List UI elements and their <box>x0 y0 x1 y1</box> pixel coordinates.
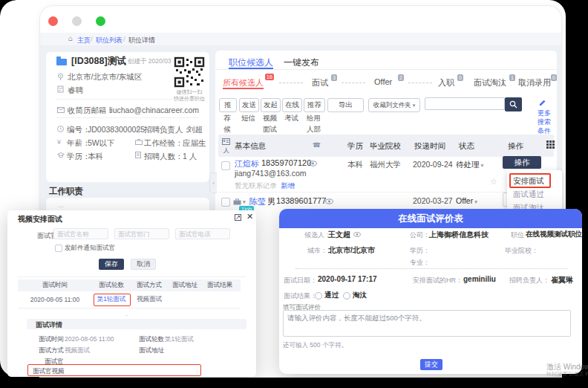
eval-modal-header: 在线面试评价表 <box>279 209 582 228</box>
eye-icon[interactable] <box>309 161 317 166</box>
candidate-name-link[interactable]: 江煊标 <box>235 158 259 169</box>
person-icon <box>135 126 142 132</box>
window-minimize-dot[interactable] <box>72 16 82 26</box>
candidate-status-dropdown[interactable]: 待处理 ▾ <box>456 160 483 170</box>
eye-icon[interactable] <box>353 232 361 237</box>
comment-textarea[interactable] <box>283 310 571 337</box>
stage-dash <box>279 83 303 84</box>
job-field-label: 招聘人数： <box>144 152 183 162</box>
recommend-to-dept-button[interactable]: 推荐 <box>304 98 325 112</box>
breadcrumb-job-list[interactable]: 职位列表 <box>96 36 122 45</box>
interviewer-name-input[interactable] <box>53 228 108 239</box>
candidate-apply-date: 2020-09-24 <box>413 160 453 169</box>
window-close-dot[interactable] <box>48 16 58 26</box>
radio-fail[interactable] <box>343 292 350 300</box>
rounds-col-result: 面试结果 <box>202 281 238 290</box>
breadcrumb-home[interactable]: 主页 <box>77 36 91 45</box>
expand-icon[interactable] <box>235 214 241 221</box>
stage-all-candidates[interactable]: 所有候选人 <box>223 77 264 88</box>
menu-item-interview-pass[interactable]: 面试通过 <box>513 190 544 200</box>
job-field-label: 学历： <box>67 152 91 162</box>
stage-cancel-offer[interactable]: 取消录用 <box>518 77 551 88</box>
stage-offer[interactable]: Offer <box>374 77 392 86</box>
send-sms-button[interactable]: 发送 <box>239 98 259 112</box>
detail-label: 面试轮数 <box>139 335 164 344</box>
action-button[interactable]: 操作 <box>503 156 541 169</box>
job-field-label: 工作经验： <box>144 138 183 149</box>
more-search-line: 条件 <box>538 127 551 135</box>
button-label-wrap: 视频 <box>261 114 279 123</box>
window-zoom-dot[interactable] <box>96 16 105 26</box>
button-label-wrap: 荐 <box>219 114 235 123</box>
rounds-col-round: 面试轮数 <box>92 281 131 290</box>
modal-title: 视频安排面试 <box>18 214 62 224</box>
status-label: Offer <box>456 196 473 205</box>
close-icon[interactable]: ✕ <box>246 212 253 222</box>
city-value: 北京市/北京市 <box>328 245 375 256</box>
briefcase-icon <box>135 139 143 145</box>
rounds-table-row[interactable]: 2020-08-05 11:00 第1轮面试 视频面试 <box>18 291 241 308</box>
row-checkbox[interactable] <box>221 161 230 170</box>
star-icon[interactable]: ☆ <box>490 177 497 187</box>
search-input[interactable] <box>425 97 505 110</box>
chevron-down-icon: ▾ <box>473 198 477 205</box>
tab-one-click-publish[interactable]: 一键发布 <box>284 56 319 69</box>
candidate-status-dropdown[interactable]: Offer ▾ <box>456 196 477 205</box>
notify-checkbox[interactable] <box>55 245 62 252</box>
resume-email-value: liuchao@chinacareer.com <box>109 106 199 114</box>
grid-view-icon[interactable] <box>546 140 555 149</box>
stage-count-badge: 0 <box>457 74 463 81</box>
chevron-down-icon[interactable]: ▾ <box>243 198 246 205</box>
radio-fail-label[interactable]: 淘汰 <box>353 291 367 300</box>
radio-pass[interactable] <box>315 292 322 300</box>
notify-label: 发邮件通知面试官 <box>65 244 115 253</box>
start-video-interview-button[interactable]: 发起 <box>261 98 281 112</box>
resume-email-label: 收简历邮箱： <box>68 106 114 116</box>
stage-onboard[interactable]: 入职 <box>438 77 454 88</box>
recommend-candidate-button[interactable]: 推 <box>219 98 237 112</box>
job-duty-section-title: 工作职责 <box>49 186 83 197</box>
interviewer-dept-input[interactable] <box>114 228 169 239</box>
radio-pass-label[interactable]: 通过 <box>324 291 339 300</box>
company-value: 上海御桥信息科技 <box>429 230 489 240</box>
stage-interview-fail[interactable]: 面试淘汰 <box>474 77 506 88</box>
submit-button[interactable]: 提交 <box>420 359 442 370</box>
rounds-col-addr: 面试地址 <box>168 281 202 290</box>
online-exam-button[interactable]: 在线 <box>282 98 302 112</box>
candidate-degree: 本科 <box>347 160 363 170</box>
interviewer-phone-input[interactable] <box>175 228 230 239</box>
round-time: 2020-08-05 11:00 <box>18 296 92 303</box>
export-button[interactable]: 导出 <box>327 98 364 112</box>
job-field-value: 5W以下 <box>88 138 115 149</box>
save-button[interactable]: 保存 <box>99 259 124 270</box>
stage-count-badge: 3 <box>331 74 337 81</box>
graduation-icon <box>57 152 65 158</box>
breadcrumb-job-detail: 职位详情 <box>128 36 155 45</box>
candidate-phone: 18359707120 <box>261 158 311 167</box>
search-button[interactable] <box>505 97 522 111</box>
more-search-link[interactable]: 更多搜索条件 <box>536 109 552 135</box>
detail-value: 2020-08-05 11:00 <box>65 335 114 343</box>
button-label: 推 <box>224 100 232 110</box>
stage-interview[interactable]: 面试 <box>312 77 328 88</box>
collect-to-folder-dropdown[interactable]: 收藏到文件夹▾ <box>368 98 420 112</box>
add-contact-link[interactable]: 新增 <box>281 181 295 191</box>
detail-label: 面试地址 <box>139 346 164 355</box>
dotted-divider <box>295 268 567 269</box>
candidate-phone: 13389601777 <box>276 196 326 205</box>
result-label: 面试结果： <box>284 291 317 301</box>
id-card-icon <box>222 138 230 145</box>
eye-icon[interactable] <box>325 198 333 204</box>
row-checkbox[interactable] <box>221 198 230 207</box>
menu-item-schedule-interview[interactable]: 安排面试 <box>513 176 544 187</box>
job-created: 创建于 2020/03 <box>128 57 172 66</box>
stage-dash <box>408 83 432 84</box>
remaining-chars-note: 还可输入 500 个字符。 <box>283 341 347 350</box>
schedule-interview-modal: 视频安排面试 ✕ 面试官 发邮件通知面试官 保存 取消 面试时间 面试轮数 面试… <box>7 210 256 377</box>
tab-active-underline <box>229 68 273 69</box>
more-search-line: 搜索 <box>538 118 551 126</box>
panel-collapse-handle[interactable]: ‹ <box>209 172 217 193</box>
folder-icon-tab <box>56 56 61 59</box>
cancel-button[interactable]: 取消 <box>131 259 156 270</box>
round-link[interactable]: 第1轮面试 <box>92 295 131 304</box>
